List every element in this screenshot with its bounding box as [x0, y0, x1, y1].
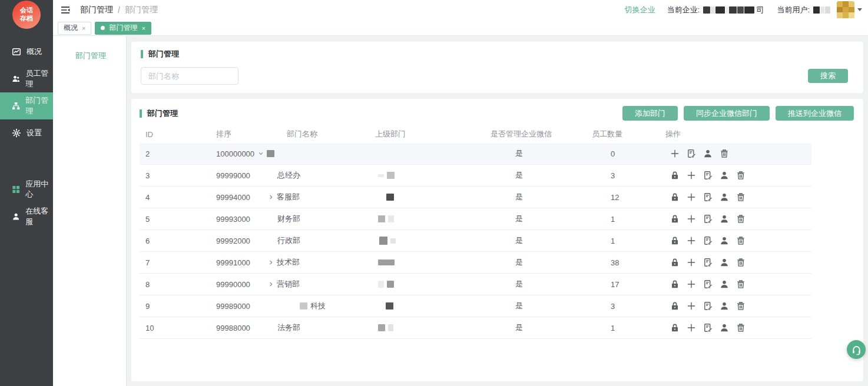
gear-icon	[12, 128, 21, 138]
collapse-sidebar-icon[interactable]	[60, 5, 71, 15]
lock-icon[interactable]	[670, 214, 680, 224]
sidebar-item-app-center[interactable]: 应用中心	[0, 176, 53, 203]
expand-node-icon[interactable]	[268, 259, 274, 265]
department-members-icon[interactable]	[720, 171, 729, 180]
tab-department-management[interactable]: 部门管理×	[95, 22, 151, 35]
edit-department-icon[interactable]	[703, 258, 713, 267]
tab-label: 部门管理	[109, 23, 137, 33]
row-action-icons	[670, 301, 811, 311]
add-subdepartment-icon[interactable]	[687, 323, 696, 332]
edit-department-icon[interactable]	[703, 192, 713, 202]
cell-parent-department	[375, 154, 491, 154]
lock-icon[interactable]	[670, 192, 680, 202]
delete-department-icon[interactable]	[736, 258, 746, 267]
sidebar-item-overview[interactable]: 概况	[0, 38, 53, 65]
add-subdepartment-icon[interactable]	[687, 236, 696, 245]
cell-manages-wechat: 是	[491, 214, 592, 224]
department-members-icon[interactable]	[720, 323, 729, 332]
user-avatar[interactable]	[837, 1, 854, 19]
department-members-icon[interactable]	[720, 301, 729, 311]
redacted-block	[825, 6, 830, 14]
edit-department-icon[interactable]	[703, 301, 713, 311]
subnav-item-department-management[interactable]: 部门管理	[53, 48, 126, 64]
row-action-icons	[670, 236, 811, 245]
delete-department-icon[interactable]	[736, 171, 746, 180]
cell-actions	[665, 323, 811, 332]
tab-overview[interactable]: 概况×	[58, 22, 91, 35]
cell-employee-count: 17	[592, 280, 665, 289]
tab-close-icon[interactable]: ×	[141, 25, 145, 32]
add-subdepartment-icon[interactable]	[687, 214, 696, 224]
breadcrumb: 部门管理 / 部门管理	[80, 5, 158, 15]
delete-department-icon[interactable]	[720, 149, 729, 158]
edit-department-icon[interactable]	[703, 214, 713, 224]
headset-icon	[851, 344, 862, 355]
expand-node-icon[interactable]	[268, 194, 274, 200]
sidebar-item-settings[interactable]: 设置	[0, 119, 53, 147]
lock-icon[interactable]	[670, 236, 680, 245]
cell-parent-department	[375, 259, 491, 265]
delete-department-icon[interactable]	[736, 192, 746, 202]
department-members-icon[interactable]	[720, 236, 729, 245]
lock-icon[interactable]	[670, 171, 680, 180]
delete-department-icon[interactable]	[736, 279, 746, 289]
page: 会话 存档 概况员工管理部门管理设置应用中心在线客服 部门管理 / 部门管理 切…	[0, 0, 868, 386]
redacted-block	[378, 281, 384, 288]
cell-manages-wechat: 是	[491, 322, 592, 333]
edit-department-icon[interactable]	[703, 323, 713, 332]
department-members-icon[interactable]	[720, 192, 729, 202]
add-subdepartment-icon[interactable]	[687, 171, 696, 180]
edit-department-icon[interactable]	[703, 236, 713, 245]
cell-id: 3	[140, 171, 216, 180]
sidebar-item-employee-management[interactable]: 员工管理	[0, 65, 53, 92]
lock-icon[interactable]	[670, 258, 680, 267]
add-subdepartment-icon[interactable]	[670, 149, 680, 158]
edit-department-icon[interactable]	[703, 171, 713, 180]
add-department-button[interactable]: 添加部门	[622, 106, 678, 121]
support-button[interactable]	[847, 340, 866, 359]
topbar: 部门管理 / 部门管理 切换企业 当前企业: 司 当前用户:	[53, 0, 868, 19]
lock-icon[interactable]	[670, 279, 680, 289]
delete-department-icon[interactable]	[736, 214, 746, 224]
lock-icon[interactable]	[670, 301, 680, 311]
department-members-icon[interactable]	[720, 258, 729, 267]
edit-department-icon[interactable]	[703, 279, 713, 289]
sidebar-item-department-management[interactable]: 部门管理	[0, 92, 53, 119]
tree-indent	[255, 219, 274, 219]
delete-department-icon[interactable]	[736, 236, 746, 245]
sidebar-item-online-support[interactable]: 在线客服	[0, 203, 53, 230]
breadcrumb-root[interactable]: 部门管理	[80, 5, 113, 15]
table-header-row: ID排序部门名称上级部门是否管理企业微信员工数量操作	[140, 125, 811, 143]
switch-company-link[interactable]: 切换企业	[625, 5, 655, 15]
department-members-icon[interactable]	[720, 214, 729, 224]
push-to-wechat-button[interactable]: 推送到企业微信	[776, 106, 854, 121]
cell-department-name	[255, 150, 375, 157]
lock-icon[interactable]	[670, 323, 680, 332]
department-members-icon[interactable]	[720, 279, 729, 289]
department-name-input[interactable]	[141, 67, 238, 85]
company-name-redacted	[703, 6, 754, 14]
department-members-icon[interactable]	[703, 149, 713, 158]
delete-department-icon[interactable]	[736, 301, 746, 311]
tree-indent	[255, 328, 274, 328]
tab-close-icon[interactable]: ×	[82, 25, 85, 32]
redacted-block	[711, 6, 715, 14]
edit-department-icon[interactable]	[687, 149, 696, 158]
add-subdepartment-icon[interactable]	[687, 258, 696, 267]
collapse-node-icon[interactable]	[258, 151, 264, 157]
add-subdepartment-icon[interactable]	[687, 301, 696, 311]
user-menu-caret-icon[interactable]	[857, 8, 862, 11]
delete-department-icon[interactable]	[736, 323, 746, 332]
expand-node-icon[interactable]	[268, 281, 274, 287]
cell-id: 10	[140, 324, 216, 332]
sync-wechat-departments-button[interactable]: 同步企业微信部门	[684, 106, 770, 121]
search-button[interactable]: 搜索	[808, 69, 848, 83]
redacted-block	[390, 238, 396, 244]
cell-id: 8	[140, 280, 216, 289]
add-subdepartment-icon[interactable]	[687, 192, 696, 202]
redacted-block	[737, 6, 744, 14]
content: 部门管理 部门管理 搜索 部门管	[53, 36, 868, 386]
redacted-block	[379, 237, 387, 245]
cell-sort: 99988000	[216, 324, 255, 332]
add-subdepartment-icon[interactable]	[687, 279, 696, 289]
